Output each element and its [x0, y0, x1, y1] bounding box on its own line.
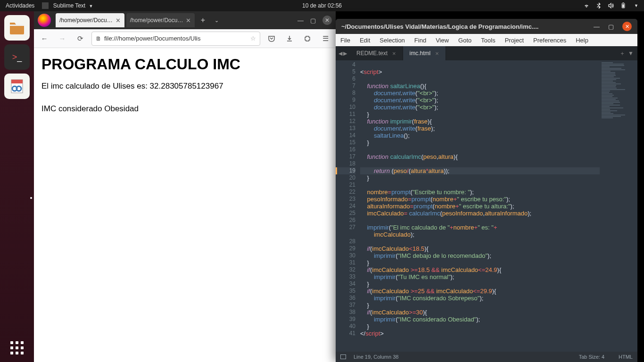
- tab-size-selector[interactable]: Tab Size: 4: [579, 354, 604, 360]
- tab-nav-right-icon[interactable]: ▶: [343, 50, 347, 57]
- window-title: ~/Documentos/Ulises Vidal/Materias/Logic…: [341, 23, 594, 30]
- chevron-down-icon[interactable]: ▼: [634, 3, 638, 8]
- new-tab-icon[interactable]: ＋: [619, 49, 625, 58]
- close-window-button[interactable]: ✕: [622, 22, 632, 31]
- close-icon[interactable]: ✕: [186, 17, 191, 24]
- menu-tools[interactable]: Tools: [481, 37, 495, 44]
- new-tab-button[interactable]: +: [197, 14, 209, 26]
- sublime-menubar: File Edit Selection Find View Goto Tools…: [336, 34, 637, 46]
- pdf-viewer-icon[interactable]: [4, 74, 30, 99]
- bluetooth-icon[interactable]: [595, 2, 602, 9]
- gnome-dock: >_: [0, 11, 34, 362]
- menu-goto[interactable]: Goto: [458, 37, 471, 44]
- sublime-window: ~/Documentos/Ulises Vidal/Materias/Logic…: [336, 19, 637, 362]
- tab-nav-left-icon[interactable]: ◀: [339, 50, 342, 57]
- pocket-button[interactable]: [265, 32, 278, 45]
- menu-view[interactable]: View: [436, 37, 449, 44]
- firefox-toolbar: ← → ⟳ 🗎 file:///home/power/Documentos/Ul…: [34, 29, 336, 48]
- tab-menu-icon[interactable]: ▼: [628, 50, 634, 57]
- browser-tab-active[interactable]: /home/power/Docu… ✕: [56, 13, 124, 27]
- close-window-button[interactable]: ✕: [322, 16, 332, 25]
- imc-category-text: IMC considerado Obesidad: [41, 104, 328, 114]
- files-app-icon[interactable]: [4, 15, 30, 41]
- page-heading: PROGRAMA CALCULO IMC: [41, 56, 328, 73]
- reload-button[interactable]: ⟳: [74, 32, 87, 45]
- terminal-app-icon[interactable]: >_: [4, 44, 30, 70]
- clock[interactable]: 10 de abr 02:56: [302, 2, 342, 9]
- code-area[interactable]: <script> function saltarLinea(){ documen…: [360, 60, 600, 352]
- gnome-top-panel: Actividades Sublime Text ▼ 10 de abr 02:…: [0, 0, 644, 11]
- activities-button[interactable]: Actividades: [6, 2, 34, 9]
- sublime-icon: [42, 2, 49, 9]
- wifi-icon[interactable]: [583, 2, 590, 9]
- code-editor[interactable]: 4567891011121314151617181920212223242526…: [336, 60, 637, 352]
- sublime-statusbar: Line 19, Column 38 Tab Size: 4 HTML: [336, 352, 637, 362]
- app-menu[interactable]: Sublime Text ▼: [42, 2, 93, 9]
- cursor-position: Line 19, Column 38: [354, 354, 398, 360]
- downloads-button[interactable]: [283, 32, 296, 45]
- browser-tab-inactive[interactable]: /home/power/Docu… ✕: [126, 13, 195, 27]
- menu-project[interactable]: Project: [505, 37, 524, 44]
- maximize-button[interactable]: ▢: [608, 23, 614, 30]
- sublime-titlebar: ~/Documentos/Ulises Vidal/Materias/Logic…: [336, 19, 637, 34]
- firefox-window: /home/power/Docu… ✕ /home/power/Docu… ✕ …: [34, 11, 336, 362]
- svg-rect-3: [10, 25, 24, 26]
- file-icon: 🗎: [96, 35, 101, 42]
- svg-rect-2: [622, 4, 624, 8]
- menu-find[interactable]: Find: [414, 37, 426, 44]
- forward-button: →: [56, 32, 69, 45]
- bookmark-star-icon[interactable]: ☆: [250, 35, 256, 42]
- chevron-down-icon: ▼: [89, 4, 93, 8]
- close-icon[interactable]: ×: [392, 50, 396, 57]
- minimize-button[interactable]: —: [297, 17, 304, 24]
- battery-icon[interactable]: [620, 2, 627, 9]
- firefox-titlebar: /home/power/Docu… ✕ /home/power/Docu… ✕ …: [34, 11, 336, 29]
- firefox-logo-icon: [38, 14, 51, 27]
- back-button[interactable]: ←: [38, 32, 51, 45]
- panel-toggle-icon[interactable]: [340, 354, 346, 359]
- close-icon[interactable]: ×: [435, 50, 439, 57]
- minimize-button[interactable]: —: [594, 23, 600, 30]
- minimap[interactable]: [600, 60, 637, 352]
- menu-selection[interactable]: Selection: [380, 37, 405, 44]
- svg-rect-1: [623, 3, 624, 4]
- svg-rect-5: [11, 80, 23, 83]
- editor-tab[interactable]: REDME.text ×: [350, 46, 403, 60]
- app-menu-button[interactable]: ☰: [319, 32, 332, 45]
- extensions-button[interactable]: [301, 32, 314, 45]
- close-icon[interactable]: ✕: [116, 17, 121, 24]
- menu-help[interactable]: Help: [576, 37, 588, 44]
- volume-icon[interactable]: [608, 2, 614, 9]
- sublime-tabbar: ◀ ▶ REDME.text × imc.html × ＋ ▼: [336, 46, 637, 60]
- imc-result-text: El imc calculado de Ulises es: 32.283057…: [41, 82, 328, 91]
- syntax-selector[interactable]: HTML: [619, 354, 633, 360]
- menu-edit[interactable]: Edit: [360, 37, 370, 44]
- show-apps-button[interactable]: [8, 338, 26, 357]
- tab-list-button[interactable]: ⌄: [211, 17, 222, 24]
- maximize-button[interactable]: ▢: [310, 17, 316, 24]
- page-content: PROGRAMA CALCULO IMC El imc calculado de…: [34, 48, 336, 362]
- line-gutter: 4567891011121314151617181920212223242526…: [336, 60, 360, 352]
- url-bar[interactable]: 🗎 file:///home/power/Documentos/Ulis ☆: [91, 32, 260, 46]
- menu-file[interactable]: File: [340, 37, 350, 44]
- menu-preferences[interactable]: Preferences: [533, 37, 566, 44]
- editor-tab-active[interactable]: imc.html ×: [403, 46, 446, 60]
